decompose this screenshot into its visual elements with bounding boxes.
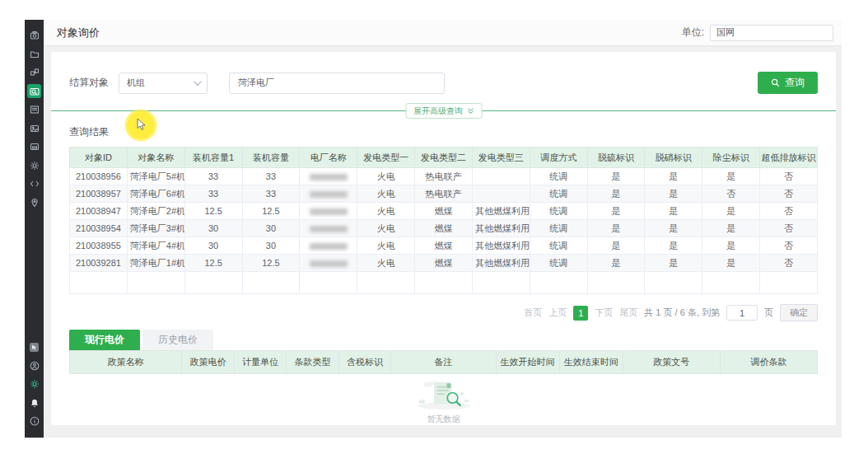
inquiry-icon[interactable] [27, 84, 41, 98]
bell-icon[interactable] [27, 396, 41, 410]
table-cell: 燃煤 [415, 237, 473, 255]
user-icon[interactable] [27, 358, 41, 372]
table-cell: 210038957 [70, 185, 128, 203]
query-button[interactable]: 查询 [758, 72, 818, 94]
table-cell: 菏泽电厂5#机组 [127, 168, 184, 185]
empty-state: 暂无数据 [69, 374, 818, 425]
table-cell: 否 [760, 255, 818, 272]
table-cell [127, 272, 184, 294]
table-cell [300, 185, 357, 203]
price-column-header: 备注 [391, 351, 496, 374]
results-column-header: 发电类型二 [415, 148, 473, 168]
keyword-input[interactable] [229, 73, 445, 94]
table-cell: 12.5 [184, 203, 242, 220]
app-logo-icon[interactable] [27, 29, 41, 43]
table-cell: 燃煤 [415, 203, 473, 220]
table-cell: 菏泽电厂6#机组 [127, 185, 184, 203]
table-cell: 菏泽电厂2#机组 [127, 203, 184, 220]
pagination-summary: 共 1 页 / 6 条, 到第 [644, 307, 720, 319]
tab-history-price[interactable]: 历史电价 [142, 330, 213, 350]
table-cell: 是 [587, 168, 645, 185]
pagination-page-1-button[interactable]: 1 [573, 306, 588, 321]
table-cell: 是 [645, 255, 702, 272]
table-cell: 菏泽电厂1#机组 [127, 255, 184, 272]
price-column-header: 计量单位 [234, 351, 287, 374]
theme-icon[interactable] [27, 377, 41, 391]
price-column-header: 调价条款 [720, 351, 817, 374]
settlement-object-label: 结算对象 [69, 76, 109, 90]
table-cell [70, 272, 128, 294]
window-icon[interactable] [27, 140, 41, 154]
gear-icon[interactable] [27, 158, 41, 172]
tab-current-price[interactable]: 现行电价 [69, 330, 140, 350]
code-icon[interactable] [27, 177, 41, 191]
table-row[interactable]: 210039281菏泽电厂1#机组12.512.5火电燃煤其他燃煤利用统调是是是… [70, 255, 818, 272]
pagination-prev-button[interactable]: 上页 [548, 307, 567, 319]
results-title: 查询结果 [69, 125, 818, 139]
table-row[interactable]: 210038956菏泽电厂5#机组3333火电热电联产统调是是是否 [70, 168, 818, 185]
table-cell: 火电 [357, 168, 415, 185]
table-row[interactable]: 210038954菏泽电厂3#机组3030火电燃煤其他燃煤利用统调是是是否 [70, 220, 818, 237]
page-title: 对象询价 [57, 26, 100, 40]
table-cell: 燃煤 [415, 220, 473, 237]
sidebar-top-icons [27, 24, 41, 214]
table-cell: 30 [184, 237, 242, 255]
table-cell: 30 [184, 220, 242, 237]
table-cell: 210038956 [70, 168, 128, 185]
table-cell: 热电联产 [415, 185, 473, 203]
search-form: 结算对象 机组 查询 [69, 52, 818, 110]
results-column-header: 对象ID [70, 148, 128, 168]
table-cell: 否 [760, 168, 818, 185]
pagination-page-suffix: 页 [764, 307, 773, 319]
form-divider: 展开高级查询 [51, 110, 836, 111]
unit-input[interactable] [710, 25, 833, 41]
pagination-confirm-button[interactable]: 确定 [780, 304, 818, 321]
folder-icon[interactable] [27, 47, 41, 61]
empty-state-text: 暂无数据 [427, 414, 460, 425]
info-icon[interactable] [27, 415, 41, 429]
table-cell: 热电联产 [415, 168, 473, 185]
table-cell: 33 [242, 185, 300, 203]
table-cell: 菏泽电厂4#机组 [127, 237, 184, 255]
results-column-header: 超低排放标识 [760, 148, 818, 168]
table-cell: 火电 [357, 220, 415, 237]
table-cell: 210039281 [70, 255, 128, 272]
table-cell: 菏泽电厂3#机组 [127, 220, 184, 237]
table-cell: 是 [587, 220, 645, 237]
table-row[interactable]: 210038957菏泽电厂6#机组3333火电热电联产统调是是否否 [70, 185, 818, 203]
results-column-header: 发电类型一 [357, 148, 415, 168]
price-column-header: 政策名称 [70, 351, 182, 374]
results-table: 对象ID对象名称装机容量1装机容量电厂名称发电类型一发电类型二发电类型三调度方式… [69, 147, 818, 294]
main-area: 对象询价 单位: 结算对象 机组 [44, 20, 842, 438]
table-cell: 统调 [530, 203, 587, 220]
pagination-first-button[interactable]: 首页 [524, 307, 542, 319]
table-cell: 火电 [357, 185, 415, 203]
table-row[interactable]: 210038955菏泽电厂4#机组3030火电燃煤其他燃煤利用统调是是是否 [70, 237, 818, 255]
redacted-plant-name [310, 208, 348, 215]
pin-icon[interactable] [27, 195, 41, 209]
pagination-page-input[interactable] [726, 305, 758, 321]
pagination-last-button[interactable]: 尾页 [619, 307, 637, 319]
table-cell: 否 [760, 185, 818, 203]
chevron-down-icon [194, 77, 202, 86]
table-row[interactable]: 210038947菏泽电厂2#机组12.512.5火电燃煤其他燃煤利用统调是是是… [70, 203, 818, 220]
table-cell: 否 [702, 185, 760, 203]
component-icon[interactable] [27, 66, 41, 80]
expand-advanced-search-button[interactable]: 展开高级查询 [405, 103, 482, 119]
image-icon[interactable] [27, 121, 41, 135]
settlement-object-select[interactable]: 机组 [119, 73, 208, 94]
list-icon[interactable] [27, 103, 41, 117]
table-cell: 是 [702, 168, 760, 185]
table-cell: 燃煤 [415, 255, 473, 272]
table-cell: 是 [645, 237, 702, 255]
results-table-header: 对象ID对象名称装机容量1装机容量电厂名称发电类型一发电类型二发电类型三调度方式… [70, 148, 818, 168]
price-column-header: 生效开始时间 [496, 351, 559, 374]
table-cell: 33 [184, 168, 242, 185]
screenshot-icon[interactable] [27, 340, 41, 354]
redacted-plant-name [310, 191, 348, 198]
unit-field-group: 单位: [682, 25, 833, 41]
table-cell: 是 [702, 255, 760, 272]
results-column-header: 电厂名称 [300, 148, 357, 168]
pagination-next-button[interactable]: 下页 [595, 307, 613, 319]
price-column-header: 生效结束时间 [559, 351, 623, 374]
